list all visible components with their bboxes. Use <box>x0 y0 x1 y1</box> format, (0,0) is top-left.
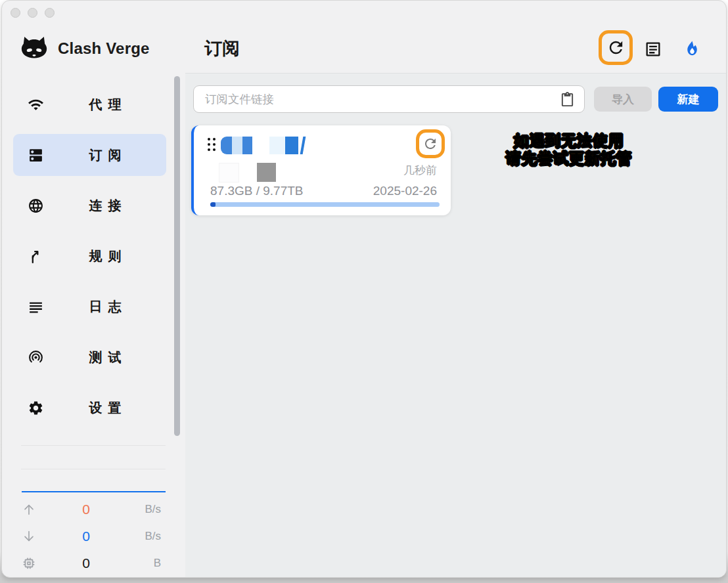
refresh-icon <box>606 38 626 57</box>
new-profile-button[interactable]: 新建 <box>658 87 718 112</box>
document-icon <box>644 49 662 60</box>
wifi-tethering-icon <box>28 349 44 366</box>
redacted-tag-block <box>257 163 276 182</box>
profile-updated-time: 几秒前 <box>403 163 437 178</box>
sidebar-divider <box>21 445 166 446</box>
sidebar-item-label: 代理 <box>44 96 166 114</box>
page-title: 订阅 <box>204 37 240 60</box>
sidebar-item-label: 设置 <box>44 399 166 417</box>
arrow-up-icon <box>22 502 36 517</box>
upload-speed-unit: B/s <box>127 503 161 516</box>
profile-usage-progressbar <box>210 202 440 207</box>
dns-icon <box>28 147 44 163</box>
refresh-all-button[interactable] <box>599 30 633 65</box>
sidebar-scrollbar[interactable] <box>174 76 180 436</box>
tutorial-annotation: 如遇到无法使用 请先尝试更新托管 <box>461 132 677 167</box>
traffic-graph-baseline <box>22 491 166 492</box>
clash-core-button[interactable] <box>683 39 702 58</box>
drag-handle-icon[interactable] <box>208 138 216 151</box>
sidebar-item-label: 订阅 <box>44 146 166 164</box>
wifi-icon <box>28 97 44 113</box>
sidebar-item-proxy[interactable]: 代理 <box>13 83 166 125</box>
arrow-down-icon <box>22 529 36 544</box>
flame-icon <box>683 49 702 60</box>
memory-chip-icon <box>22 556 36 571</box>
profile-expiry-date: 2025-02-26 <box>373 184 437 198</box>
sidebar-item-label: 规则 <box>44 248 166 265</box>
profile-traffic-usage: 87.3GB / 9.77TB <box>210 184 304 198</box>
app-window: Clash Verge 代理 订阅 连接 规则 <box>1 0 727 578</box>
sidebar-item-settings[interactable]: 设置 <box>13 387 166 429</box>
memory-usage-value: 0 <box>36 555 127 571</box>
profile-url-input[interactable] <box>193 85 585 113</box>
window-controls <box>11 8 55 18</box>
cat-logo-icon <box>19 34 49 63</box>
sidebar-nav: 代理 订阅 连接 规则 日志 <box>13 83 166 437</box>
sidebar-item-label: 日志 <box>44 298 166 316</box>
progress-fill <box>210 202 216 207</box>
view-runtime-config-button[interactable] <box>644 40 662 58</box>
redacted-tag-block <box>219 163 239 183</box>
redacted-profile-name <box>221 137 304 154</box>
annotation-line1: 如遇到无法使用 <box>461 132 677 150</box>
sidebar-item-connections[interactable]: 连接 <box>13 184 166 227</box>
sidebar-item-label: 连接 <box>44 197 166 215</box>
sidebar-item-profiles[interactable]: 订阅 <box>13 134 166 176</box>
globe-icon <box>28 198 44 214</box>
fork-arrow-icon <box>28 248 44 265</box>
minimize-button[interactable] <box>28 8 37 18</box>
sidebar-item-test[interactable]: 测试 <box>13 336 166 378</box>
upload-stat-row: 0 B/s <box>15 500 166 519</box>
profile-update-button[interactable] <box>416 129 445 158</box>
gear-icon <box>28 400 44 416</box>
sidebar-divider <box>21 469 166 469</box>
refresh-icon <box>422 136 438 152</box>
log-lines-icon <box>28 299 44 315</box>
sidebar-item-logs[interactable]: 日志 <box>13 286 166 328</box>
download-speed-value: 0 <box>36 529 127 544</box>
memory-usage-unit: B <box>127 557 161 570</box>
download-stat-row: 0 B/s <box>15 527 166 546</box>
profile-card[interactable]: 几秒前 87.3GB / 9.77TB 2025-02-26 <box>191 125 451 215</box>
annotation-line2: 请先尝试更新托管 <box>461 150 677 167</box>
app-logo: Clash Verge <box>19 34 150 63</box>
sidebar-item-rules[interactable]: 规则 <box>13 235 166 277</box>
clipboard-icon[interactable] <box>560 91 575 108</box>
close-button[interactable] <box>11 8 20 18</box>
upload-speed-value: 0 <box>36 502 127 517</box>
maximize-button[interactable] <box>45 8 55 18</box>
app-title: Clash Verge <box>58 39 150 58</box>
sidebar-item-label: 测试 <box>44 349 166 366</box>
memory-stat-row: 0 B <box>15 554 166 572</box>
download-speed-unit: B/s <box>127 530 161 543</box>
import-button[interactable]: 导入 <box>594 87 652 112</box>
